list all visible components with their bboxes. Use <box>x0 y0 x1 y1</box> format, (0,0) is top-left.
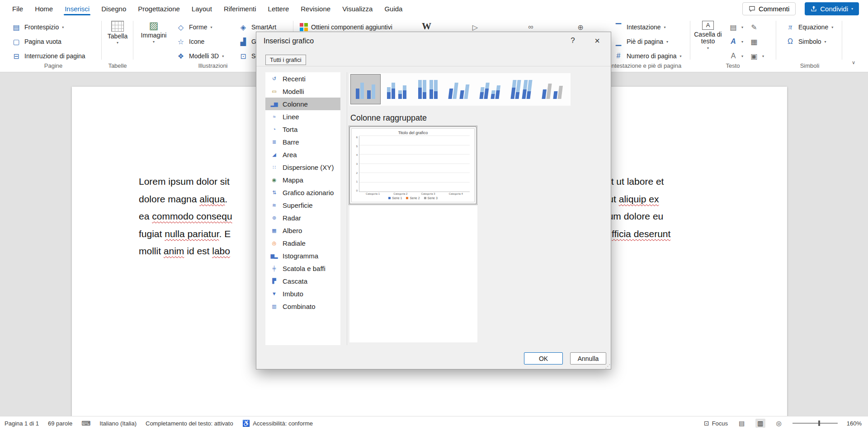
ribbon-collapse-icon[interactable]: ∨ <box>852 60 855 65</box>
category-albero[interactable]: ▦Albero <box>265 224 340 237</box>
read-mode-icon[interactable]: ▤ <box>737 419 746 428</box>
wordart-button[interactable]: A ▾ <box>726 35 745 48</box>
text-box-button[interactable]: A Casella di testo ▾ <box>693 21 722 51</box>
category-linee[interactable]: ≈Linee <box>265 110 340 123</box>
document-line[interactable]: fugiat nulla pariatur. E <box>139 229 231 239</box>
text-prediction-indicator[interactable]: Completamento del testo: attivato <box>146 420 233 427</box>
tab-inserisci[interactable]: Inserisci <box>59 1 95 17</box>
page-indicator[interactable]: Pagina 1 di 1 <box>5 420 39 427</box>
tab-guida[interactable]: Guida <box>378 1 408 17</box>
blank-page-button[interactable]: ▢ Pagina vuota <box>9 35 64 48</box>
chart-preview-tile[interactable]: Titolo del grafico0123456Categoria 1Cate… <box>349 126 476 204</box>
zoom-level[interactable]: 160% <box>847 420 862 427</box>
accessibility-indicator[interactable]: ♿ Accessibilità: conforme <box>242 420 313 427</box>
category-modelli[interactable]: ▭Modelli <box>265 85 340 98</box>
document-line[interactable]: fficia deserunt <box>612 229 670 239</box>
tab-home[interactable]: Home <box>29 1 59 17</box>
document-line[interactable]: lum dolore eu <box>606 211 663 222</box>
share-label: Condividi <box>820 5 848 13</box>
web-layout-icon[interactable]: ◎ <box>774 419 783 428</box>
quick-parts-button[interactable]: ▤ ▾ <box>726 21 745 33</box>
subtype-colonne-in-pila-100-3d-icon[interactable] <box>506 74 537 104</box>
print-layout-icon[interactable]: ▥ <box>755 419 765 428</box>
date-time-button[interactable]: ▦ <box>747 35 761 48</box>
tab-all-charts[interactable]: Tutti i grafici <box>265 55 306 65</box>
wikipedia-button[interactable]: W <box>420 20 434 33</box>
keyboard-icon[interactable]: ⌨ <box>81 420 90 427</box>
chevron-down-icon: ▾ <box>741 54 743 58</box>
chevron-down-icon: ▾ <box>680 54 682 58</box>
resize-grip-icon[interactable]: ⋰ <box>605 363 610 369</box>
table-button[interactable]: Tabella ▾ <box>106 21 129 45</box>
category-superficie[interactable]: ≋Superficie <box>265 199 340 211</box>
subtype-colonne-raggruppate-icon[interactable] <box>350 74 381 104</box>
document-line[interactable]: Lorem ipsum dolor sit <box>139 176 230 187</box>
header-button[interactable]: ▔ Intestazione ▾ <box>611 21 668 33</box>
equation-button[interactable]: π Equazione ▾ <box>783 21 835 33</box>
category-istogramma[interactable]: ▆▂Istogramma <box>265 249 340 262</box>
stock-chart-icon: ⇅ <box>269 190 278 196</box>
category-barre[interactable]: ≣Barre <box>265 136 340 148</box>
object-button[interactable]: ▣ ▾ <box>747 50 766 62</box>
share-button[interactable]: Condividi ▾ <box>805 2 859 15</box>
document-line[interactable]: nt ut labore et <box>606 176 664 187</box>
language-indicator[interactable]: Italiano (Italia) <box>99 420 137 427</box>
zoom-slider[interactable] <box>793 423 838 424</box>
dialog-help-button[interactable]: ? <box>563 32 583 49</box>
tab-revisione[interactable]: Revisione <box>295 1 336 17</box>
page-break-button[interactable]: ⊟ Interruzione di pagina <box>9 50 88 62</box>
histogram-chart-icon: ▆▂ <box>269 253 278 259</box>
category-area[interactable]: ◢Area <box>265 148 340 161</box>
chart-title: Titolo del grafico <box>352 129 474 136</box>
category-colonne[interactable]: ▂▆Colonne <box>265 98 340 110</box>
tab-progettazione[interactable]: Progettazione <box>132 1 186 17</box>
subtype-colonne-3d-icon[interactable] <box>538 74 568 104</box>
document-line[interactable]: ea commodo consequ <box>139 211 232 222</box>
signature-line-button[interactable]: ✎ <box>747 21 761 33</box>
blank-page-label: Pagina vuota <box>24 38 61 45</box>
tab-disegno[interactable]: Disegno <box>95 1 132 17</box>
dialog-titlebar[interactable]: Inserisci grafico <box>256 32 611 50</box>
word-count[interactable]: 69 parole <box>48 420 72 427</box>
subtype-colonne-in-pila-icon[interactable] <box>382 74 412 104</box>
ok-button[interactable]: OK <box>524 352 563 365</box>
subtype-colonne-in-pila-3d-icon[interactable] <box>475 74 505 104</box>
tab-lettere[interactable]: Lettere <box>262 1 295 17</box>
subtype-colonne-raggruppate-3d-icon[interactable] <box>444 74 474 104</box>
category-imbuto[interactable]: ▼Imbuto <box>265 287 340 300</box>
focus-icon: ⊡ <box>704 420 709 427</box>
category-recenti[interactable]: ↺Recenti <box>265 72 340 85</box>
category-label: Radar <box>283 214 301 222</box>
tab-riferimenti[interactable]: Riferimenti <box>218 1 262 17</box>
focus-toggle[interactable]: ⊡ Focus <box>704 420 728 427</box>
subtype-colonne-in-pila-100-icon[interactable] <box>413 74 443 104</box>
category-grafico-azionario[interactable]: ⇅Grafico azionario <box>265 186 340 199</box>
comments-button[interactable]: Commenti <box>742 2 796 15</box>
category-dispersione-xy[interactable]: ∷Dispersione (XY) <box>265 161 340 173</box>
category-torta[interactable]: ◔Torta <box>265 123 340 136</box>
symbol-button[interactable]: Ω Simbolo ▾ <box>783 35 829 48</box>
document-line[interactable]: dolore magna aliqua. <box>139 194 227 205</box>
tab-layout[interactable]: Layout <box>186 1 218 17</box>
icons-button[interactable]: ☆ Icone <box>174 35 207 48</box>
category-combinato[interactable]: ▥Combinato <box>265 300 340 313</box>
page-number-button[interactable]: # Numero di pagina ▾ <box>611 50 684 62</box>
category-radiale[interactable]: ◎Radiale <box>265 237 340 249</box>
drop-cap-button[interactable]: A ▾ <box>726 50 745 62</box>
tab-file[interactable]: File <box>6 1 29 17</box>
3d-models-button[interactable]: ❖ Modelli 3D ▾ <box>174 50 226 62</box>
shapes-button[interactable]: ◇ Forme ▾ <box>174 21 214 33</box>
pictures-button[interactable]: ▨ Immagini ▾ <box>140 21 167 44</box>
category-scatola-e-baffi[interactable]: ╪Scatola e baffi <box>265 262 340 275</box>
footer-button[interactable]: ▁ Piè di pagina ▾ <box>611 35 670 48</box>
line-chart-icon: ≈ <box>269 114 278 119</box>
category-mappa[interactable]: ◉Mappa <box>265 173 340 186</box>
category-radar[interactable]: ⊛Radar <box>265 211 340 224</box>
category-cascata[interactable]: ▛Cascata <box>265 275 340 287</box>
cover-page-button[interactable]: ▤ Frontespizio ▾ <box>9 21 66 33</box>
tab-visualizza[interactable]: Visualizza <box>336 1 378 17</box>
document-line[interactable]: mollit anim id est labo <box>139 246 230 257</box>
cancel-button[interactable]: Annulla <box>570 352 606 365</box>
zoom-slider-thumb[interactable] <box>818 421 820 426</box>
dialog-close-button[interactable]: × <box>587 32 607 49</box>
